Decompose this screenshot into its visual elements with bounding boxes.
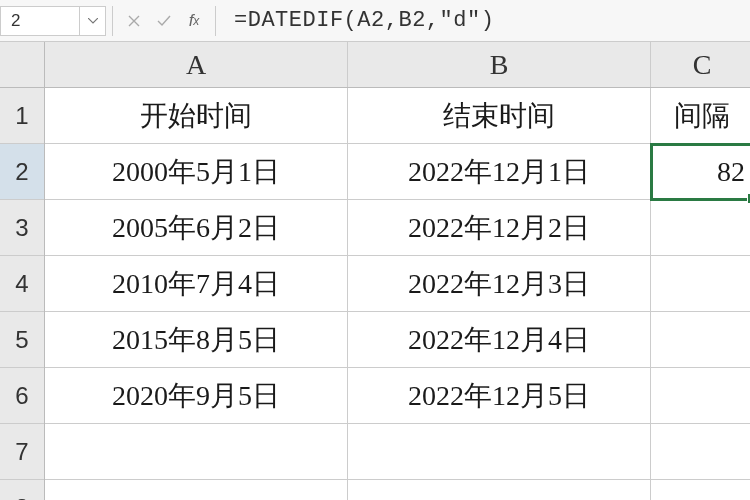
row-headers: 1 2 3 4 5 6 7 8 [0,42,45,500]
cell-A8[interactable] [45,480,348,500]
table-row: 2010年7月4日 2022年12月3日 [45,256,750,312]
cancel-icon[interactable] [119,6,149,36]
cell-A3[interactable]: 2005年6月2日 [45,200,348,256]
name-box-dropdown[interactable] [80,6,106,36]
select-all-corner[interactable] [0,42,44,88]
cell-C5[interactable] [651,312,750,368]
cell-C2[interactable]: 82 [651,144,750,200]
cells-area: A B C 开始时间 结束时间 间隔 2000年5月1日 2022年12月1日 … [45,42,750,500]
cell-B7[interactable] [348,424,651,480]
cell-B4[interactable]: 2022年12月3日 [348,256,651,312]
fx-icon[interactable]: fx [179,6,209,36]
row-header-4[interactable]: 4 [0,256,44,312]
cell-A2[interactable]: 2000年5月1日 [45,144,348,200]
col-header-C[interactable]: C [651,42,750,87]
formula-input[interactable]: =DATEDIF(A2,B2,"d") [222,0,750,41]
cell-C4[interactable] [651,256,750,312]
table-row: 2000年5月1日 2022年12月1日 82 [45,144,750,200]
divider [215,6,216,36]
row-header-6[interactable]: 6 [0,368,44,424]
cell-C3[interactable] [651,200,750,256]
cell-A5[interactable]: 2015年8月5日 [45,312,348,368]
cell-A6[interactable]: 2020年9月5日 [45,368,348,424]
table-row [45,424,750,480]
row-header-3[interactable]: 3 [0,200,44,256]
formula-text: =DATEDIF(A2,B2,"d") [234,8,494,33]
cell-A4[interactable]: 2010年7月4日 [45,256,348,312]
table-row: 2005年6月2日 2022年12月2日 [45,200,750,256]
cell-B5[interactable]: 2022年12月4日 [348,312,651,368]
row-header-8[interactable]: 8 [0,480,44,500]
table-row [45,480,750,500]
cell-B2[interactable]: 2022年12月1日 [348,144,651,200]
cell-C1[interactable]: 间隔 [651,88,750,144]
chevron-down-icon [88,18,98,24]
row-header-7[interactable]: 7 [0,424,44,480]
cell-B1[interactable]: 结束时间 [348,88,651,144]
cell-B8[interactable] [348,480,651,500]
cell-C6[interactable] [651,368,750,424]
table-row: 开始时间 结束时间 间隔 [45,88,750,144]
row-header-1[interactable]: 1 [0,88,44,144]
cell-B3[interactable]: 2022年12月2日 [348,200,651,256]
cell-A7[interactable] [45,424,348,480]
table-row: 2020年9月5日 2022年12月5日 [45,368,750,424]
divider [112,6,113,36]
formula-bar: 2 fx =DATEDIF(A2,B2,"d") [0,0,750,42]
column-headers: A B C [45,42,750,88]
cell-C7[interactable] [651,424,750,480]
spreadsheet-grid: 1 2 3 4 5 6 7 8 A B C 开始时间 结束时间 间隔 2000年… [0,42,750,500]
row-header-5[interactable]: 5 [0,312,44,368]
cell-A1[interactable]: 开始时间 [45,88,348,144]
cell-B6[interactable]: 2022年12月5日 [348,368,651,424]
name-box[interactable]: 2 [0,6,80,36]
table-row: 2015年8月5日 2022年12月4日 [45,312,750,368]
confirm-icon[interactable] [149,6,179,36]
cell-reference: 2 [11,11,20,31]
cell-C8[interactable] [651,480,750,500]
col-header-A[interactable]: A [45,42,348,87]
col-header-B[interactable]: B [348,42,651,87]
row-header-2[interactable]: 2 [0,144,44,200]
